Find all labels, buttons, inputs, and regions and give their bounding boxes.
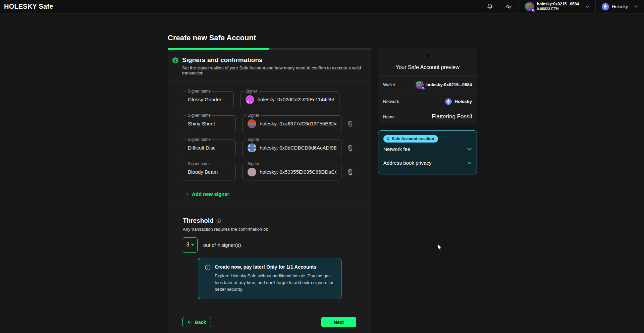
app-logo[interactable]: HOLESKY Safe bbox=[4, 3, 53, 10]
next-label: Next bbox=[334, 320, 344, 325]
chevron-down-icon bbox=[634, 5, 638, 8]
signer-row: Signer name Bloody Beam Signer holesky: … bbox=[183, 164, 356, 180]
back-button[interactable]: Back bbox=[182, 317, 211, 327]
signer-address-value: holesky: 0x0bCDBCD8d6AcADf9B9b... bbox=[260, 145, 336, 151]
chevron-down-icon bbox=[467, 148, 472, 151]
preview-wallet-value: holesky:0x0215...0584 bbox=[426, 82, 472, 87]
info-icon bbox=[216, 218, 221, 223]
paylater-alert: Create now, pay later! Only for 1/1 Acco… bbox=[198, 258, 341, 299]
tip-item-network-fee[interactable]: Network fee bbox=[383, 143, 472, 156]
add-signer-label: Add new signer bbox=[192, 191, 229, 197]
preview-row: Network Holesky bbox=[378, 94, 477, 109]
signer-name-field[interactable]: Signer name Bloody Beam bbox=[183, 164, 236, 180]
account-menu[interactable]: holesky:0x0215...0584 0.08823 ETH bbox=[519, 0, 595, 13]
signer-name-field[interactable]: Signer name Difficult Disc bbox=[183, 140, 236, 156]
threshold-select[interactable]: 3 bbox=[183, 237, 198, 253]
lightbulb-icon bbox=[386, 137, 390, 141]
notifications-button[interactable] bbox=[481, 0, 499, 13]
preview-title: Your Safe Account preview bbox=[378, 64, 477, 70]
signer-name-label: Signer name bbox=[186, 137, 212, 142]
signer-name-label: Signer name bbox=[186, 113, 212, 118]
remove-signer-button[interactable] bbox=[347, 168, 354, 176]
network-selector[interactable]: Holesky bbox=[595, 0, 644, 13]
walletconnect-icon bbox=[505, 4, 513, 9]
remove-signer-button[interactable] bbox=[347, 144, 354, 152]
step-title: Signers and confirmations bbox=[182, 57, 362, 64]
network-icon bbox=[602, 3, 609, 10]
tips-badge: Safe Account creation bbox=[383, 135, 438, 143]
preview-network-value: Holesky bbox=[454, 99, 472, 104]
network-name: Holesky bbox=[612, 4, 628, 9]
signer-name-value: Shiny Sheet bbox=[188, 121, 215, 126]
signer-name-label: Signer name bbox=[186, 161, 212, 166]
signer-address-label: Signer bbox=[246, 137, 261, 142]
preview-label: Name bbox=[383, 114, 395, 119]
tip-item-address-book-privacy[interactable]: Address book privacy bbox=[383, 156, 472, 169]
signer-address-value: holesky: 0x53355Ef035C86DDaCCff... bbox=[260, 169, 336, 175]
trash-icon bbox=[347, 120, 353, 127]
top-bar-right: holesky:0x0215...0584 0.08823 ETH Holesk… bbox=[481, 0, 644, 13]
threshold-description: Any transaction requires the confirmatio… bbox=[183, 227, 356, 232]
signer-name-label: Signer name bbox=[186, 89, 212, 94]
tip-item-label: Network fee bbox=[383, 146, 410, 152]
signer-address-field[interactable]: Signer holesky: 0x02dCd2D20Ec1144D59D3..… bbox=[240, 91, 339, 108]
signer-row: Signer name Glossy Grinder Signer holesk… bbox=[183, 91, 356, 108]
signer-address-label: Signer bbox=[246, 113, 261, 118]
wallet-connection-badge-icon bbox=[531, 8, 535, 12]
signer-name-field[interactable]: Signer name Glossy Grinder bbox=[183, 91, 234, 108]
wallet-avatar bbox=[416, 81, 424, 89]
main-column: Create new Safe Account 2 Signers and co… bbox=[168, 34, 371, 333]
signer-name-field[interactable]: Signer name Shiny Sheet bbox=[183, 115, 236, 132]
preview-card: Your Safe Account preview Wallet holesky… bbox=[378, 48, 477, 124]
chevron-down-icon bbox=[467, 162, 472, 164]
chevron-down-icon bbox=[585, 5, 589, 8]
alert-body: Explore Holesky Safe without additional … bbox=[215, 273, 334, 293]
signer-address-value: holesky: 0x02dCd2D20Ec1144D59D3... bbox=[258, 97, 334, 102]
signer-row: Signer name Difficult Disc Signer holesk… bbox=[183, 140, 356, 156]
trash-icon bbox=[347, 169, 353, 175]
wallet-connection-badge-icon bbox=[421, 86, 425, 90]
alert-info-icon bbox=[205, 265, 211, 270]
next-button[interactable]: Next bbox=[321, 317, 356, 327]
app-screen: HOLESKY Safe bbox=[0, 0, 644, 333]
signer-address-field[interactable]: Signer holesky: 0xa6377dC6d13F55E3D4DB..… bbox=[243, 115, 341, 132]
signer-name-value: Glossy Grinder bbox=[188, 97, 221, 102]
tips-badge-label: Safe Account creation bbox=[392, 136, 434, 141]
preview-label: Network bbox=[383, 99, 399, 104]
top-bar: HOLESKY Safe bbox=[0, 0, 644, 13]
signers-section: Signer name Glossy Grinder Signer holesk… bbox=[168, 81, 371, 208]
plus-icon: + bbox=[185, 191, 189, 197]
account-avatar bbox=[525, 2, 534, 11]
eth-diamond-icon bbox=[425, 52, 430, 61]
trash-icon bbox=[347, 145, 353, 151]
account-address: holesky:0x0215...0584 bbox=[537, 2, 579, 7]
signer-address-field[interactable]: Signer holesky: 0x0bCDBCD8d6AcADf9B9b... bbox=[243, 140, 341, 156]
signer-avatar bbox=[248, 144, 256, 152]
signer-name-value: Bloody Beam bbox=[188, 169, 218, 175]
add-signer-button[interactable]: + Add new signer bbox=[185, 190, 229, 208]
signer-avatar bbox=[248, 168, 256, 176]
tips-card: Safe Account creation Network fee Addres… bbox=[378, 130, 477, 174]
walletconnect-button[interactable] bbox=[499, 0, 519, 13]
threshold-suffix: out of 4 signer(s) bbox=[203, 242, 241, 248]
threshold-title: Threshold bbox=[183, 217, 214, 224]
remove-signer-button[interactable] bbox=[347, 120, 354, 127]
account-info: holesky:0x0215...0584 0.08823 ETH bbox=[537, 2, 579, 11]
page-title: Create new Safe Account bbox=[168, 34, 371, 42]
account-balance: 0.08823 ETH bbox=[537, 7, 579, 11]
signer-name-value: Difficult Disc bbox=[188, 145, 215, 151]
signer-address-label: Signer bbox=[244, 89, 259, 94]
step-header: 2 Signers and confirmations Set the sign… bbox=[168, 50, 371, 81]
signer-address-field[interactable]: Signer holesky: 0x53355Ef035C86DDaCCff..… bbox=[243, 164, 341, 180]
preview-row: Name Flattering Fossil bbox=[378, 109, 477, 124]
step-number-badge: 2 bbox=[172, 57, 178, 63]
bell-icon bbox=[487, 3, 493, 10]
preview-row: Wallet holesky:0x0215...0584 bbox=[378, 75, 477, 94]
sidebar-preview: Your Safe Account preview Wallet holesky… bbox=[378, 48, 477, 174]
preview-name-value: Flattering Fossil bbox=[432, 113, 472, 120]
back-arrow-icon bbox=[187, 320, 192, 324]
threshold-value: 3 bbox=[186, 242, 190, 248]
threshold-section: Threshold Any transaction requires the c… bbox=[168, 208, 371, 311]
signer-address-label: Signer bbox=[246, 161, 261, 166]
back-label: Back bbox=[195, 320, 206, 325]
